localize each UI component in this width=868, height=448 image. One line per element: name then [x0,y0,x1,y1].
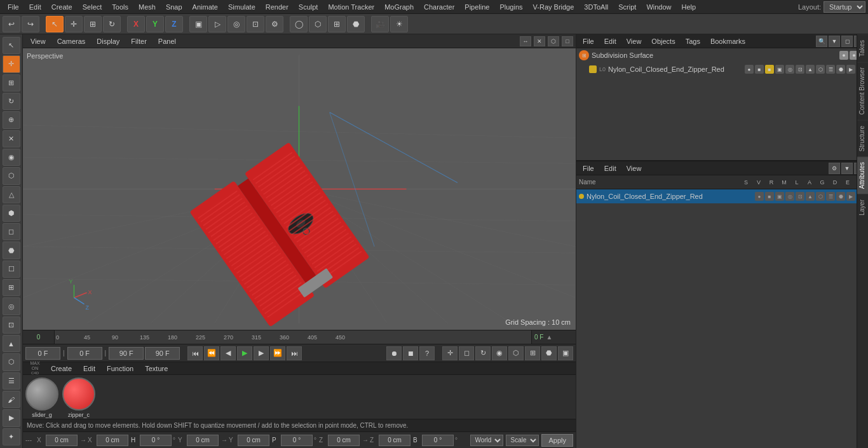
menu-vray[interactable]: V-Ray Bridge [528,2,580,12]
mat-menu-function[interactable]: Function [102,364,139,373]
layout-select[interactable]: Startup [824,1,865,13]
frame-max-input-1[interactable] [109,347,144,360]
sidebar-btn-hex[interactable]: ⬡ [3,167,20,184]
tab-layer[interactable]: Layer [857,194,868,221]
viewport-menu-cameras[interactable]: Cameras [52,37,91,46]
coord-h-val[interactable] [140,435,172,446]
attr-menu-file[interactable]: File [579,164,598,173]
table-row[interactable]: L0 Nylon_Coil_Closed_End_Zipper_Red ● ■ … [587,62,868,76]
table-row[interactable]: ⊞ Subdivision Surface ● ● ✓ [576,48,868,62]
sidebar-btn-frame[interactable]: ☐ [3,261,20,278]
scale-dropdown[interactable]: Scale [506,435,539,446]
attr-icon-render[interactable]: ■ [765,192,774,201]
frame-min-input[interactable] [67,347,102,360]
obj-extra6-icon-1[interactable]: ☰ [826,65,835,74]
menu-simulate[interactable]: Simulate [223,2,261,12]
z-axis-button[interactable]: Z [165,16,183,32]
sidebar-btn-star[interactable]: ✦ [3,428,20,445]
pb-extra-1[interactable]: ⏺ [386,346,402,360]
move-tool-button[interactable]: ✛ [65,16,83,32]
menu-edit[interactable]: Edit [24,2,46,12]
obj-extra4-icon-1[interactable]: ▲ [806,65,815,74]
attr-icon-sq[interactable]: ⊡ [796,192,804,201]
coord-z-pos[interactable] [328,435,360,446]
sidebar-btn-scale[interactable]: ⊞ [3,74,20,92]
attr-menu-edit[interactable]: Edit [600,164,620,173]
attr-icon-vis[interactable]: ● [755,192,764,201]
coord-y-pos[interactable] [187,435,219,446]
pb-extra-2[interactable]: ⏹ [403,346,418,360]
viewport-canvas[interactable]: X Y Z Perspective Grid Spacing : 10 cm [23,48,576,330]
obj-menu-file[interactable]: File [579,37,598,46]
btn-prev-frame[interactable]: ◀ [220,346,236,360]
obj-extra2-icon-1[interactable]: ◎ [785,65,794,74]
scale-tool-button[interactable]: ⊞ [84,16,102,32]
sidebar-btn-erase[interactable]: ✕ [3,130,20,147]
menu-motion-tracker[interactable]: Motion Tracker [323,2,379,12]
sidebar-btn-circle[interactable]: ◎ [3,297,20,315]
tab-attributes[interactable]: Attributes [857,156,868,194]
coord-x-pos[interactable] [46,435,78,446]
tab-structure[interactable]: Structure [857,120,868,157]
obj-menu-edit[interactable]: Edit [600,37,620,46]
btn-first-frame[interactable]: ⏮ [187,346,203,360]
render-queue-button[interactable]: ⊡ [247,16,264,32]
viewport-menu-view[interactable]: View [25,37,51,46]
btn-next-frame[interactable]: ▶ [254,346,269,360]
menu-create[interactable]: Create [46,2,78,12]
pb-extra-3[interactable]: ? [419,346,435,360]
render-settings-button[interactable]: ⚙ [266,16,283,32]
menu-animate[interactable]: Animate [187,2,223,12]
coord-b-val[interactable] [422,435,454,446]
mat-menu-create[interactable]: Create [46,364,77,373]
sidebar-btn-hex3[interactable]: ⬡ [3,353,20,370]
list-item[interactable]: Nylon_Coil_Closed_End_Zipper_Red ● ■ ▣ ◎… [576,189,868,203]
pb-hex-btn[interactable]: ⬡ [508,346,524,360]
sidebar-btn-target[interactable]: ◉ [3,149,20,166]
attr-icon-hex[interactable]: ⬡ [816,192,825,201]
pb-move-btn[interactable]: ✛ [442,346,458,360]
tab-content-browser[interactable]: Content Browser [857,62,868,119]
pb-grid-btn[interactable]: ⊞ [525,346,540,360]
viewport-ctrl-2[interactable]: ✕ [534,36,545,46]
sidebar-btn-select[interactable]: ↖ [3,37,20,54]
sidebar-btn-grid[interactable]: ⊞ [3,279,20,296]
attr-icon-play[interactable]: ▶ [846,192,855,201]
menu-mesh[interactable]: Mesh [133,2,161,12]
timeline-expand-btn[interactable]: ▲ [546,334,552,341]
attr-icon-box[interactable]: ▣ [775,192,784,201]
render-full-button[interactable]: ◎ [227,16,245,32]
menu-plugins[interactable]: Plugins [494,2,527,12]
x-axis-button[interactable]: X [127,16,145,32]
coord-y-size[interactable] [238,435,269,446]
viewport-menu-display[interactable]: Display [92,37,125,46]
mat-menu-edit[interactable]: Edit [78,364,100,373]
menu-tools[interactable]: Tools [107,2,133,12]
menu-script[interactable]: Script [613,2,641,12]
menu-3dtoall[interactable]: 3DToAll [579,2,613,12]
coord-p-val[interactable] [281,435,313,446]
btn-play-forward[interactable]: ▶ [237,346,252,360]
sidebar-btn-square[interactable]: ◻ [3,223,20,240]
viewport-ctrl-4[interactable]: □ [562,36,573,46]
menu-character[interactable]: Character [419,2,459,12]
obj-extra7-icon-1[interactable]: ⬣ [836,65,845,74]
menu-select[interactable]: Select [78,2,107,12]
btn-prev-keyframe[interactable]: ⏪ [204,346,219,360]
render-region-button[interactable]: ▣ [189,16,207,32]
light-button[interactable]: ☀ [390,16,408,32]
menu-sculpt[interactable]: Sculpt [294,2,323,12]
obj-menu-objects[interactable]: Objects [648,37,679,46]
render-view-button[interactable]: ▷ [208,16,226,32]
btn-last-frame[interactable]: ⏭ [287,346,302,360]
attr-icon-hex2[interactable]: ⬣ [836,192,845,201]
world-dropdown[interactable]: World [470,435,503,446]
attr-gear-icon[interactable]: ⚙ [829,163,840,174]
attr-icon-circle[interactable]: ◎ [785,192,794,201]
sidebar-btn-hex2[interactable]: ⬣ [3,241,20,259]
redo-button[interactable]: ↪ [22,16,39,32]
obj-menu-view[interactable]: View [623,37,646,46]
material-item-slider[interactable]: slider_g [25,377,58,418]
btn-next-keyframe[interactable]: ⏩ [270,346,285,360]
obj-extra5-icon-1[interactable]: ⬡ [816,65,825,74]
